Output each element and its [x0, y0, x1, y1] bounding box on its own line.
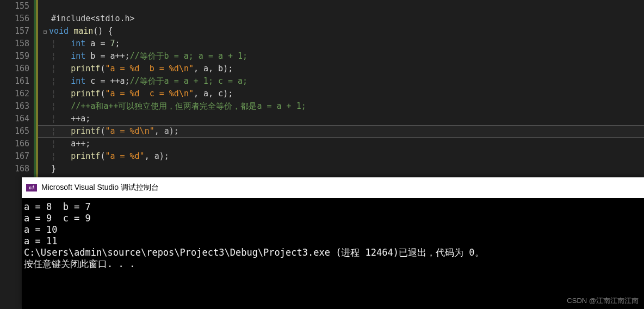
- paren-close: ): [223, 89, 228, 98]
- line-number: 164: [0, 113, 29, 125]
- comment: //等价于a = a + 1; c = a;: [130, 76, 248, 86]
- console-line: a = 9 c = 9: [24, 213, 642, 224]
- string-literal: "a = %d c = %d\n": [105, 89, 194, 98]
- line-number: 155: [0, 0, 29, 13]
- console-line: C:\Users\admin\source\repos\Project3\Deb…: [24, 247, 642, 258]
- line-number: 167: [0, 150, 29, 163]
- code-line: ⊟void main() {: [41, 25, 644, 38]
- brace-close: }: [51, 164, 56, 174]
- preproc-include: #include: [51, 14, 90, 23]
- comment: //等价于b = a; a = a + 1;: [130, 51, 248, 61]
- comment: //++a和a++可以独立使用，但两者完全等价，都是a = a + 1;: [71, 101, 306, 111]
- kw-int: int: [71, 39, 85, 48]
- var: a: [90, 39, 95, 48]
- current-line-highlight: [38, 125, 644, 138]
- code-line: [41, 0, 644, 13]
- line-number: 161: [0, 75, 29, 88]
- semi: ;: [115, 39, 120, 48]
- func-printf: printf: [71, 151, 100, 161]
- line-number: 165: [0, 125, 29, 138]
- var: c: [90, 76, 95, 86]
- line-number-gutter: 155 156 157 158 159 160 161 162 163 164 …: [0, 0, 34, 177]
- stmt: ++a;: [71, 114, 90, 123]
- console-output[interactable]: a = 8 b = 7a = 9 c = 9a = 10a = 11C:\Use…: [22, 198, 644, 273]
- args: a, b: [203, 64, 223, 73]
- line-number: 162: [0, 88, 29, 100]
- code-line: ¦ int c = ++a;//等价于a = a + 1; c = a;: [41, 75, 644, 88]
- semi: ;: [228, 64, 233, 73]
- line-number: 159: [0, 50, 29, 63]
- expr: a++: [110, 51, 125, 61]
- line-number: 160: [0, 63, 29, 75]
- fold-minus-icon[interactable]: ⊟: [41, 26, 49, 38]
- console-line: a = 11: [24, 236, 642, 247]
- line-number: 166: [0, 138, 29, 150]
- code-line: ¦ ++a;: [41, 113, 644, 125]
- code-line: ¦ printf("a = %d b = %d\n", a, b);: [41, 63, 644, 75]
- semi: ;: [125, 76, 130, 86]
- func-printf: printf: [71, 89, 100, 98]
- code-line: ¦ printf("a = %d c = %d\n", a, c);: [41, 88, 644, 100]
- code-line: ¦ printf("a = %d", a);: [41, 150, 644, 163]
- angle-open: <: [90, 14, 95, 23]
- stmt: a++;: [71, 139, 90, 149]
- code-line: ¦ int b = a++;//等价于b = a; a = a + 1;: [41, 50, 644, 63]
- string-literal: "a = %d": [105, 151, 144, 161]
- comma: ,: [194, 64, 203, 73]
- var: b: [90, 51, 95, 61]
- line-number: 163: [0, 100, 29, 113]
- kw-int: int: [71, 51, 85, 61]
- console-title: Microsoft Visual Studio 调试控制台: [41, 183, 159, 193]
- kw-int: int: [71, 76, 85, 86]
- console-line: 按任意键关闭此窗口. . .: [24, 258, 642, 270]
- semi: ;: [125, 51, 130, 61]
- args: a, c: [203, 89, 223, 98]
- op-eq: =: [100, 76, 105, 86]
- code-line: }: [41, 163, 644, 175]
- console-line: a = 8 b = 7: [24, 201, 642, 213]
- op-eq: =: [100, 39, 105, 48]
- op-eq: =: [100, 51, 105, 61]
- func-printf: printf: [71, 64, 100, 73]
- code-line: ¦ //++a和a++可以独立使用，但两者完全等价，都是a = a + 1;: [41, 100, 644, 113]
- paren-close: ): [159, 151, 164, 161]
- vs-icon: c:\: [26, 184, 37, 191]
- watermark: CSDN @江南江南江南: [567, 296, 639, 306]
- kw-void: void: [49, 26, 69, 36]
- angle-close: >: [130, 14, 135, 23]
- debug-console-window[interactable]: c:\ Microsoft Visual Studio 调试控制台 a = 8 …: [22, 177, 644, 309]
- code-editor[interactable]: 155 156 157 158 159 160 161 162 163 164 …: [0, 0, 644, 177]
- line-number: 157: [0, 25, 29, 38]
- func-main: main: [73, 26, 93, 36]
- console-titlebar[interactable]: c:\ Microsoft Visual Studio 调试控制台: [22, 177, 644, 198]
- parens: (): [93, 26, 103, 36]
- console-line: a = 10: [24, 224, 642, 236]
- code-line: ¦ int a = 7;: [41, 38, 644, 50]
- semi: ;: [164, 151, 169, 161]
- line-number: 168: [0, 163, 29, 175]
- comma: ,: [194, 89, 203, 98]
- string-literal: "a = %d b = %d\n": [105, 64, 194, 73]
- code-line: ¦ a++;: [41, 138, 644, 150]
- semi: ;: [228, 89, 233, 98]
- brace-open: {: [108, 26, 113, 36]
- expr: ++a: [110, 76, 125, 86]
- code-line: #include<stdio.h>: [41, 13, 644, 25]
- line-number: 156: [0, 13, 29, 25]
- code-area[interactable]: #include<stdio.h> ⊟void main() { ¦ int a…: [38, 0, 644, 177]
- header-name: stdio.h: [95, 14, 129, 23]
- paren-close: ): [223, 64, 228, 73]
- args: a: [154, 151, 159, 161]
- line-number: 158: [0, 38, 29, 50]
- comma: ,: [145, 151, 154, 161]
